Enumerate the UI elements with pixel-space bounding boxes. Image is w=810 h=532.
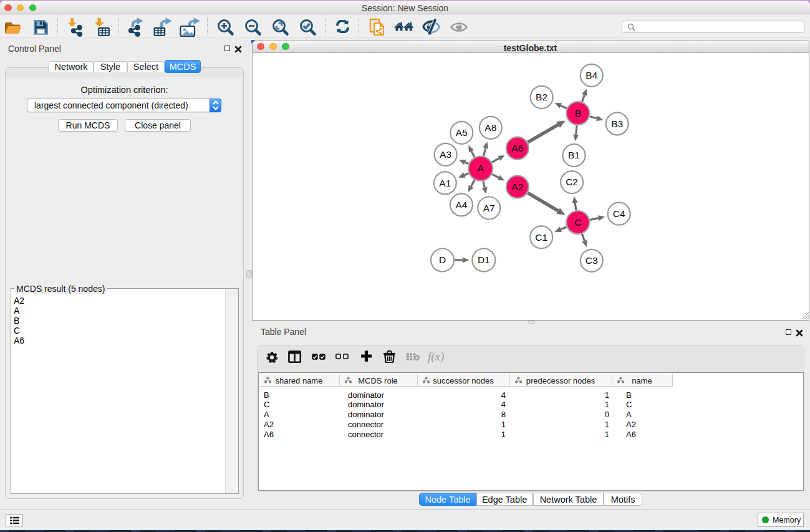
svg-text:C: C: [574, 217, 581, 228]
svg-text:A8: A8: [485, 122, 496, 133]
svg-text:A1: A1: [439, 178, 451, 188]
svg-text:D1: D1: [478, 254, 490, 265]
svg-text:C4: C4: [613, 208, 625, 219]
svg-text:C3: C3: [586, 255, 598, 266]
svg-text:A4: A4: [455, 200, 467, 210]
svg-text:A3: A3: [440, 149, 451, 160]
svg-text:A: A: [478, 163, 485, 173]
svg-text:B3: B3: [611, 118, 623, 129]
svg-text:A5: A5: [456, 127, 468, 138]
svg-text:B: B: [575, 108, 581, 118]
svg-text:A7: A7: [483, 203, 495, 213]
svg-text:D: D: [439, 254, 446, 265]
svg-text:C1: C1: [535, 232, 547, 243]
svg-text:B1: B1: [568, 150, 580, 160]
svg-text:B4: B4: [586, 70, 597, 80]
svg-text:B2: B2: [536, 92, 547, 102]
svg-text:C2: C2: [566, 177, 578, 187]
svg-text:A6: A6: [511, 143, 523, 153]
svg-text:A2: A2: [511, 181, 523, 192]
